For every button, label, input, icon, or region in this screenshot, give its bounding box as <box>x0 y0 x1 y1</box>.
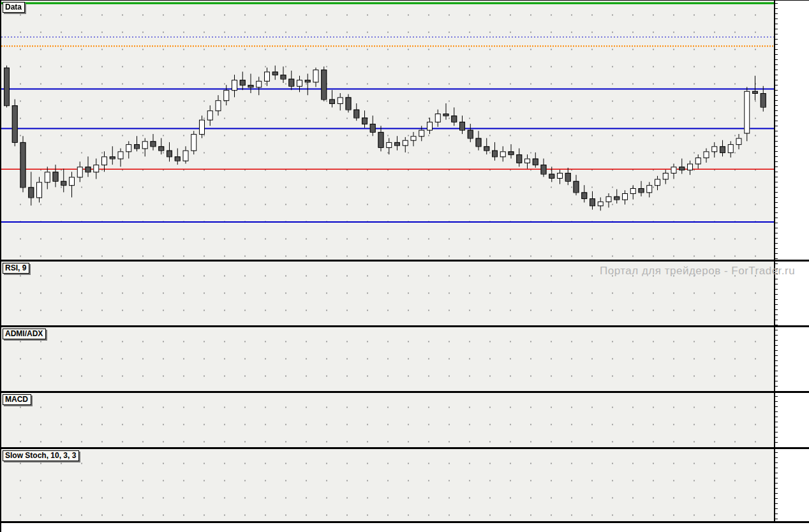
price-axis <box>775 1 809 523</box>
symbol-badge: Data <box>3 2 25 13</box>
rsi-chart-canvas[interactable] <box>1 262 774 325</box>
adx-chart-canvas[interactable] <box>1 327 774 391</box>
stochastic-panel[interactable]: Slow Stoch, 10, 3, 3 <box>1 449 774 521</box>
stochastic-chart-canvas[interactable] <box>1 449 774 521</box>
panel-divider <box>1 447 809 449</box>
adx-panel[interactable]: ADMI/ADX <box>1 327 774 391</box>
rsi-panel[interactable]: RSI, 9 <box>1 262 774 325</box>
panel-divider <box>1 260 809 262</box>
stochastic-badge: Slow Stoch, 10, 3, 3 <box>3 450 79 461</box>
rsi-badge: RSI, 9 <box>3 263 29 274</box>
price-chart-canvas[interactable] <box>1 1 774 260</box>
macd-chart-canvas[interactable] <box>1 393 774 447</box>
axis-divider <box>774 1 775 523</box>
trading-chart-window: Data RSI, 9 ADMI/ADX MACD Slow Stoch, 10… <box>0 0 809 532</box>
panel-divider <box>1 325 809 327</box>
macd-badge: MACD <box>3 394 31 405</box>
macd-panel[interactable]: MACD <box>1 393 774 447</box>
panel-divider <box>1 391 809 393</box>
time-axis[interactable] <box>1 523 809 532</box>
price-panel[interactable]: Data <box>1 1 774 260</box>
adx-badge: ADMI/ADX <box>3 329 46 339</box>
